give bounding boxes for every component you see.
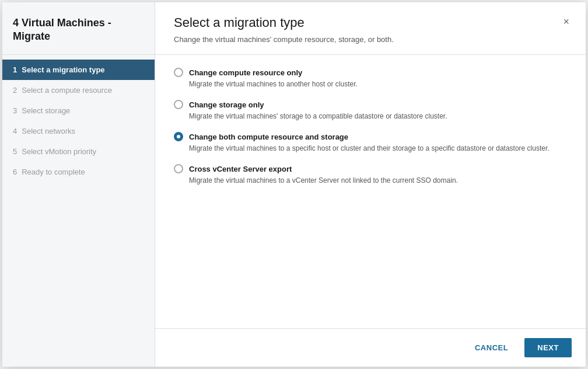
main-footer: CANCEL NEXT bbox=[155, 328, 586, 367]
radio-circle bbox=[174, 100, 183, 109]
radio-label: Cross vCenter Server export bbox=[189, 165, 292, 173]
sidebar-title: 4 Virtual Machines - Migrate bbox=[2, 2, 155, 55]
step-number: 4 bbox=[13, 127, 17, 135]
radio-header: Change both compute resource and storage bbox=[174, 132, 567, 141]
radio-label: Change storage only bbox=[189, 100, 264, 109]
main-subtitle: Change the virtual machines' compute res… bbox=[174, 35, 567, 44]
sidebar-step-5[interactable]: 5Select vMotion priority bbox=[2, 141, 155, 162]
step-label: Select networks bbox=[22, 127, 75, 135]
step-number: 3 bbox=[13, 106, 17, 115]
main-panel: Select a migration type Change the virtu… bbox=[155, 2, 586, 367]
radio-option-storage-only[interactable]: Change storage only Migrate the virtual … bbox=[174, 100, 567, 121]
step-label: Ready to complete bbox=[22, 168, 85, 176]
radio-header: Change storage only bbox=[174, 100, 567, 109]
radio-desc: Migrate the virtual machines to another … bbox=[189, 79, 567, 89]
radio-label: Change both compute resource and storage bbox=[189, 133, 348, 141]
main-header: Select a migration type Change the virtu… bbox=[155, 2, 586, 54]
close-button[interactable]: × bbox=[561, 14, 572, 29]
radio-header: Change compute resource only bbox=[174, 68, 567, 77]
radio-option-cross-vcenter[interactable]: Cross vCenter Server export Migrate the … bbox=[174, 164, 567, 186]
step-number: 6 bbox=[13, 168, 17, 176]
main-body: Change compute resource only Migrate the… bbox=[155, 55, 586, 328]
sidebar-step-2[interactable]: 2Select a compute resource bbox=[2, 80, 155, 100]
sidebar-step-3[interactable]: 3Select storage bbox=[2, 100, 155, 121]
radio-desc: Migrate the virtual machines to a specif… bbox=[189, 143, 567, 154]
step-label: Select storage bbox=[22, 106, 70, 115]
next-button[interactable]: NEXT bbox=[524, 338, 572, 357]
dialog: 4 Virtual Machines - Migrate 1Select a m… bbox=[2, 2, 586, 367]
radio-desc: Migrate the virtual machines to a vCente… bbox=[189, 175, 567, 186]
step-number: 5 bbox=[13, 147, 17, 156]
radio-option-compute-only[interactable]: Change compute resource only Migrate the… bbox=[174, 68, 567, 89]
radio-header: Cross vCenter Server export bbox=[174, 164, 567, 173]
step-number: 1 bbox=[13, 65, 17, 74]
radio-circle bbox=[174, 68, 183, 77]
step-label: Select a compute resource bbox=[22, 86, 112, 95]
cancel-button[interactable]: CANCEL bbox=[466, 339, 517, 357]
sidebar-step-1[interactable]: 1Select a migration type bbox=[2, 60, 155, 80]
step-number: 2 bbox=[13, 86, 17, 95]
radio-circle bbox=[174, 164, 183, 173]
radio-desc: Migrate the virtual machines' storage to… bbox=[189, 111, 567, 121]
step-label: Select vMotion priority bbox=[22, 147, 96, 156]
radio-label: Change compute resource only bbox=[189, 68, 302, 77]
sidebar-steps: 1Select a migration type2Select a comput… bbox=[2, 55, 155, 367]
main-title: Select a migration type bbox=[174, 15, 567, 30]
radio-option-both[interactable]: Change both compute resource and storage… bbox=[174, 132, 567, 154]
sidebar: 4 Virtual Machines - Migrate 1Select a m… bbox=[2, 2, 155, 367]
sidebar-step-6[interactable]: 6Ready to complete bbox=[2, 162, 155, 182]
radio-circle bbox=[174, 132, 183, 141]
sidebar-step-4[interactable]: 4Select networks bbox=[2, 121, 155, 141]
step-label: Select a migration type bbox=[22, 65, 104, 74]
